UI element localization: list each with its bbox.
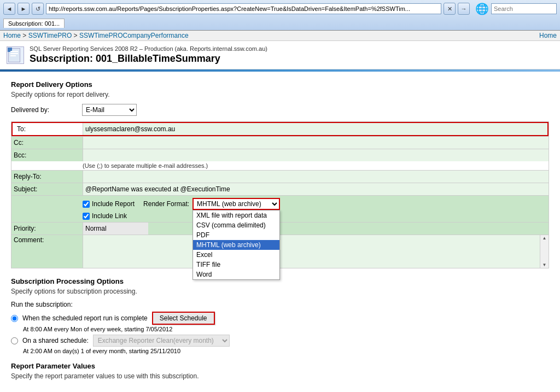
breadcrumb-home[interactable]: Home [3, 32, 21, 39]
bcc-input[interactable] [83, 149, 549, 161]
comment-scrollbar[interactable]: ▲ ▼ [540, 235, 549, 268]
priority-input[interactable] [83, 223, 148, 235]
to-row-wrapper: To: [11, 122, 549, 136]
browser-tab-bar: Subscription: 001... [3, 16, 557, 28]
run-label: Run the subscription: [11, 301, 549, 308]
bcc-label: Bcc: [11, 150, 83, 160]
subject-input[interactable] [83, 183, 549, 195]
breadcrumb-sswtime[interactable]: SSWTimePRO [28, 32, 72, 39]
radio1-row: When the scheduled report run is complet… [11, 312, 549, 325]
cc-label: Cc: [11, 138, 83, 148]
address-bar[interactable] [46, 3, 441, 14]
bcc-row: Bcc: [11, 149, 549, 161]
schedule-info-1: At 8:00 AM every Mon of every week, star… [11, 326, 549, 332]
comment-textarea[interactable] [83, 235, 540, 268]
shared-schedule-select[interactable]: Exchange Reporter Clean(every month) [93, 335, 230, 347]
delivered-by-row: Delivered by: E-Mail File Share [11, 104, 549, 116]
include-report-row: Include Report Render Format: XML file w… [83, 198, 280, 210]
include-render-row: Include Report Render Format: XML file w… [11, 195, 549, 222]
include-link-checkbox[interactable] [83, 213, 90, 220]
render-format-dropdown-wrapper: XML file with report data CSV (comma del… [192, 198, 280, 210]
delivered-by-label: Delivered by: [11, 106, 82, 114]
forward-button[interactable]: ► [18, 3, 30, 15]
reply-to-label: Reply-To: [11, 172, 83, 182]
param-heading: Report Parameter Values [11, 362, 549, 370]
include-report-label[interactable]: Include Report [83, 200, 135, 208]
dropdown-item-csv[interactable]: CSV (comma delimited) [193, 220, 279, 230]
to-label: To: [13, 125, 83, 133]
comment-label: Comment: [11, 235, 83, 245]
radio2-row: On a shared schedule: Exchange Reporter … [11, 335, 549, 347]
delivered-by-select[interactable]: E-Mail File Share [82, 104, 137, 116]
page-title: Subscription: 001_BillableTimeSummary [30, 53, 267, 65]
param-section: Report Parameter Values Specify the repo… [11, 362, 549, 380]
report-delivery-heading: Report Delivery Options [11, 80, 549, 89]
select-schedule-button[interactable]: Select Schedule [152, 312, 215, 325]
render-format-select[interactable]: XML file with report data CSV (comma del… [192, 198, 280, 210]
radio2[interactable] [11, 337, 18, 344]
main-content: Report Delivery Options Specify options … [0, 72, 560, 392]
reply-to-input[interactable] [83, 171, 549, 183]
home-right-link[interactable]: Home [539, 32, 557, 39]
include-report-checkbox[interactable] [83, 201, 90, 208]
nav-bar: Home > SSWTimePRO > SSWTimePROCompanyPer… [0, 31, 560, 41]
param-desc: Specify the report parameter values to u… [11, 372, 549, 380]
refresh-button[interactable]: ↺ [32, 3, 44, 15]
dropdown-item-pdf[interactable]: PDF [193, 230, 279, 240]
browser-chrome: ◄ ► ↺ ✕ → 🌐 Subscription: 001... [0, 0, 560, 31]
page-title-area: SQL Server Reporting Services 2008 R2 – … [30, 45, 267, 65]
radio2-label: On a shared schedule: [22, 337, 89, 344]
cc-row: Cc: [11, 136, 549, 149]
dropdown-item-excel[interactable]: Excel [193, 250, 279, 260]
scrollbar-up-arrow: ▲ [542, 236, 547, 241]
render-format-dropdown-list: XML file with report data CSV (comma del… [192, 210, 280, 280]
subject-label: Subject: [11, 184, 83, 194]
render-format-label: Render Format: [143, 200, 189, 208]
priority-label: Priority: [11, 224, 83, 233]
page-header: SQL Server Reporting Services 2008 R2 – … [0, 41, 560, 69]
report-delivery-desc: Specify options for report delivery. [11, 91, 549, 98]
scrollbar-down-arrow: ▼ [542, 262, 547, 267]
breadcrumb-company[interactable]: SSWTimePROCompanyPerformance [79, 32, 189, 39]
dropdown-item-mhtml[interactable]: MHTML (web archive) [193, 240, 279, 250]
go-button[interactable]: → [458, 3, 470, 15]
dropdown-item-word[interactable]: Word [193, 270, 279, 279]
render-format-group: Render Format: XML file with report data… [143, 198, 280, 210]
reply-to-row: Reply-To: [11, 170, 549, 183]
page-subtitle: SQL Server Reporting Services 2008 R2 – … [30, 45, 267, 52]
browser-tab[interactable]: Subscription: 001... [3, 19, 65, 28]
radio1[interactable] [11, 315, 18, 322]
ie-icon: 🌐 [475, 2, 489, 15]
subscription-section: Subscription Processing Options Specify … [11, 277, 549, 354]
to-input[interactable] [83, 123, 547, 135]
browser-toolbar: ◄ ► ↺ ✕ → 🌐 [3, 2, 557, 15]
subscription-processing-desc: Specify options for subscription process… [11, 288, 549, 295]
include-options: Include Report Render Format: XML file w… [83, 198, 280, 220]
email-fields-container: To: Cc: Bcc: (Use (;) to separate multip… [11, 121, 549, 268]
dropdown-item-tiff[interactable]: TIFF file [193, 260, 279, 270]
radio1-label: When the scheduled report run is complet… [22, 314, 148, 322]
report-icon [7, 46, 24, 64]
back-button[interactable]: ◄ [3, 3, 15, 15]
subject-row: Subject: [11, 183, 549, 195]
schedule-info-2: At 2:00 AM on day(s) 1 of every month, s… [11, 348, 549, 354]
cc-input[interactable] [83, 137, 549, 149]
comment-textarea-wrapper: ▲ ▼ [83, 235, 549, 268]
browser-search-input[interactable] [491, 3, 557, 14]
stop-button[interactable]: ✕ [444, 3, 456, 15]
email-hint: (Use (;) to separate multiple e-mail add… [11, 161, 549, 170]
breadcrumb: Home > SSWTimePRO > SSWTimePROCompanyPer… [3, 32, 189, 39]
dropdown-item-xml[interactable]: XML file with report data [193, 210, 279, 220]
